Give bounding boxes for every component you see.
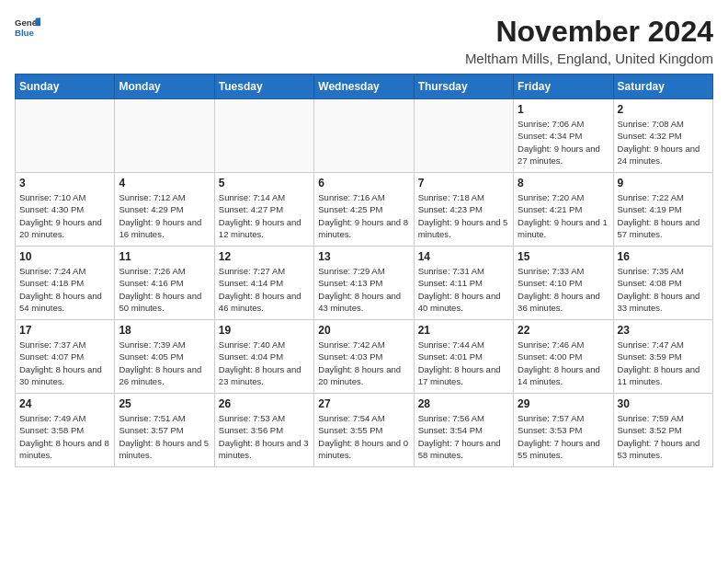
calendar-day-cell: 30Sunrise: 7:59 AMSunset: 3:52 PMDayligh… bbox=[613, 394, 712, 467]
day-of-week-header: Tuesday bbox=[214, 75, 313, 99]
day-number: 3 bbox=[19, 177, 110, 190]
day-number: 18 bbox=[119, 324, 210, 337]
day-of-week-header: Friday bbox=[514, 75, 613, 99]
logo-icon: General Blue bbox=[15, 15, 40, 40]
day-info: Sunrise: 7:44 AMSunset: 4:01 PMDaylight:… bbox=[418, 339, 509, 387]
title-area: November 2024 Meltham Mills, England, Un… bbox=[465, 15, 713, 66]
day-info: Sunrise: 7:49 AMSunset: 3:58 PMDaylight:… bbox=[19, 412, 110, 461]
calendar-day-cell: 19Sunrise: 7:40 AMSunset: 4:04 PMDayligh… bbox=[214, 320, 313, 394]
location-subtitle: Meltham Mills, England, United Kingdom bbox=[465, 51, 713, 66]
day-info: Sunrise: 7:08 AMSunset: 4:32 PMDaylight:… bbox=[618, 118, 709, 167]
day-info: Sunrise: 7:40 AMSunset: 4:04 PMDaylight:… bbox=[219, 339, 310, 387]
calendar-day-cell: 4Sunrise: 7:12 AMSunset: 4:29 PMDaylight… bbox=[115, 173, 214, 247]
day-number: 26 bbox=[219, 397, 310, 410]
calendar-day-cell: 2Sunrise: 7:08 AMSunset: 4:32 PMDaylight… bbox=[613, 99, 712, 173]
day-number: 11 bbox=[119, 250, 210, 263]
calendar-day-cell bbox=[16, 99, 115, 173]
day-info: Sunrise: 7:22 AMSunset: 4:19 PMDaylight:… bbox=[618, 191, 709, 240]
day-info: Sunrise: 7:26 AMSunset: 4:16 PMDaylight:… bbox=[119, 265, 210, 314]
calendar-header-row: SundayMondayTuesdayWednesdayThursdayFrid… bbox=[16, 75, 713, 99]
calendar-day-cell bbox=[414, 99, 513, 173]
calendar-day-cell bbox=[214, 99, 313, 173]
logo: General Blue bbox=[15, 15, 40, 40]
day-of-week-header: Sunday bbox=[16, 75, 115, 99]
day-number: 30 bbox=[618, 397, 709, 410]
calendar-day-cell: 11Sunrise: 7:26 AMSunset: 4:16 PMDayligh… bbox=[115, 247, 214, 320]
calendar-day-cell: 8Sunrise: 7:20 AMSunset: 4:21 PMDaylight… bbox=[514, 173, 613, 247]
day-info: Sunrise: 7:39 AMSunset: 4:05 PMDaylight:… bbox=[119, 339, 210, 387]
calendar-body: 1Sunrise: 7:06 AMSunset: 4:34 PMDaylight… bbox=[16, 99, 713, 467]
calendar-day-cell: 17Sunrise: 7:37 AMSunset: 4:07 PMDayligh… bbox=[16, 320, 115, 394]
day-number: 29 bbox=[518, 397, 609, 410]
day-info: Sunrise: 7:47 AMSunset: 3:59 PMDaylight:… bbox=[618, 339, 709, 387]
day-number: 4 bbox=[119, 177, 210, 190]
calendar-day-cell: 29Sunrise: 7:57 AMSunset: 3:53 PMDayligh… bbox=[514, 394, 613, 467]
day-number: 24 bbox=[19, 397, 110, 410]
day-info: Sunrise: 7:59 AMSunset: 3:52 PMDaylight:… bbox=[618, 412, 709, 461]
day-number: 7 bbox=[418, 177, 509, 190]
calendar-day-cell: 10Sunrise: 7:24 AMSunset: 4:18 PMDayligh… bbox=[16, 247, 115, 320]
calendar-week-row: 17Sunrise: 7:37 AMSunset: 4:07 PMDayligh… bbox=[16, 320, 713, 394]
day-number: 21 bbox=[418, 324, 509, 337]
calendar-day-cell: 15Sunrise: 7:33 AMSunset: 4:10 PMDayligh… bbox=[514, 247, 613, 320]
calendar-day-cell: 22Sunrise: 7:46 AMSunset: 4:00 PMDayligh… bbox=[514, 320, 613, 394]
day-number: 16 bbox=[618, 250, 709, 263]
day-of-week-header: Monday bbox=[115, 75, 214, 99]
day-number: 15 bbox=[518, 250, 609, 263]
calendar-day-cell: 23Sunrise: 7:47 AMSunset: 3:59 PMDayligh… bbox=[613, 320, 712, 394]
day-info: Sunrise: 7:27 AMSunset: 4:14 PMDaylight:… bbox=[219, 265, 310, 314]
day-number: 27 bbox=[318, 397, 409, 410]
day-number: 9 bbox=[618, 177, 709, 190]
day-number: 2 bbox=[618, 103, 709, 116]
day-number: 20 bbox=[318, 324, 409, 337]
calendar-day-cell: 14Sunrise: 7:31 AMSunset: 4:11 PMDayligh… bbox=[414, 247, 513, 320]
day-number: 6 bbox=[318, 177, 409, 190]
calendar-day-cell: 16Sunrise: 7:35 AMSunset: 4:08 PMDayligh… bbox=[613, 247, 712, 320]
day-number: 8 bbox=[518, 177, 609, 190]
calendar-day-cell bbox=[314, 99, 414, 173]
calendar-day-cell: 24Sunrise: 7:49 AMSunset: 3:58 PMDayligh… bbox=[16, 394, 115, 467]
calendar-day-cell: 20Sunrise: 7:42 AMSunset: 4:03 PMDayligh… bbox=[314, 320, 414, 394]
calendar-week-row: 1Sunrise: 7:06 AMSunset: 4:34 PMDaylight… bbox=[16, 99, 713, 173]
day-number: 19 bbox=[219, 324, 310, 337]
day-info: Sunrise: 7:12 AMSunset: 4:29 PMDaylight:… bbox=[119, 191, 210, 240]
day-number: 14 bbox=[418, 250, 509, 263]
day-info: Sunrise: 7:31 AMSunset: 4:11 PMDaylight:… bbox=[418, 265, 509, 314]
calendar-day-cell: 9Sunrise: 7:22 AMSunset: 4:19 PMDaylight… bbox=[613, 173, 712, 247]
day-number: 22 bbox=[518, 324, 609, 337]
day-of-week-header: Thursday bbox=[414, 75, 513, 99]
day-info: Sunrise: 7:33 AMSunset: 4:10 PMDaylight:… bbox=[518, 265, 609, 314]
day-number: 5 bbox=[219, 177, 310, 190]
calendar-day-cell: 3Sunrise: 7:10 AMSunset: 4:30 PMDaylight… bbox=[16, 173, 115, 247]
page-header: General Blue November 2024 Meltham Mills… bbox=[15, 15, 713, 66]
day-number: 12 bbox=[219, 250, 310, 263]
day-number: 1 bbox=[518, 103, 609, 116]
calendar-day-cell: 27Sunrise: 7:54 AMSunset: 3:55 PMDayligh… bbox=[314, 394, 414, 467]
day-info: Sunrise: 7:46 AMSunset: 4:00 PMDaylight:… bbox=[518, 339, 609, 387]
calendar-week-row: 3Sunrise: 7:10 AMSunset: 4:30 PMDaylight… bbox=[16, 173, 713, 247]
calendar-week-row: 10Sunrise: 7:24 AMSunset: 4:18 PMDayligh… bbox=[16, 247, 713, 320]
day-number: 28 bbox=[418, 397, 509, 410]
day-info: Sunrise: 7:57 AMSunset: 3:53 PMDaylight:… bbox=[518, 412, 609, 461]
day-info: Sunrise: 7:53 AMSunset: 3:56 PMDaylight:… bbox=[219, 412, 310, 461]
day-info: Sunrise: 7:37 AMSunset: 4:07 PMDaylight:… bbox=[19, 339, 110, 387]
calendar-day-cell: 28Sunrise: 7:56 AMSunset: 3:54 PMDayligh… bbox=[414, 394, 513, 467]
svg-text:Blue: Blue bbox=[15, 28, 34, 38]
day-info: Sunrise: 7:42 AMSunset: 4:03 PMDaylight:… bbox=[318, 339, 409, 387]
calendar-table: SundayMondayTuesdayWednesdayThursdayFrid… bbox=[15, 74, 713, 467]
calendar-day-cell: 1Sunrise: 7:06 AMSunset: 4:34 PMDaylight… bbox=[514, 99, 613, 173]
calendar-day-cell: 5Sunrise: 7:14 AMSunset: 4:27 PMDaylight… bbox=[214, 173, 313, 247]
day-info: Sunrise: 7:06 AMSunset: 4:34 PMDaylight:… bbox=[518, 118, 609, 167]
day-info: Sunrise: 7:54 AMSunset: 3:55 PMDaylight:… bbox=[318, 412, 409, 461]
calendar-day-cell: 12Sunrise: 7:27 AMSunset: 4:14 PMDayligh… bbox=[214, 247, 313, 320]
day-info: Sunrise: 7:16 AMSunset: 4:25 PMDaylight:… bbox=[318, 191, 409, 240]
day-info: Sunrise: 7:29 AMSunset: 4:13 PMDaylight:… bbox=[318, 265, 409, 314]
calendar-day-cell: 18Sunrise: 7:39 AMSunset: 4:05 PMDayligh… bbox=[115, 320, 214, 394]
day-info: Sunrise: 7:35 AMSunset: 4:08 PMDaylight:… bbox=[618, 265, 709, 314]
calendar-week-row: 24Sunrise: 7:49 AMSunset: 3:58 PMDayligh… bbox=[16, 394, 713, 467]
day-info: Sunrise: 7:10 AMSunset: 4:30 PMDaylight:… bbox=[19, 191, 110, 240]
day-info: Sunrise: 7:24 AMSunset: 4:18 PMDaylight:… bbox=[19, 265, 110, 314]
calendar-day-cell: 13Sunrise: 7:29 AMSunset: 4:13 PMDayligh… bbox=[314, 247, 414, 320]
day-of-week-header: Saturday bbox=[613, 75, 712, 99]
day-info: Sunrise: 7:18 AMSunset: 4:23 PMDaylight:… bbox=[418, 191, 509, 240]
